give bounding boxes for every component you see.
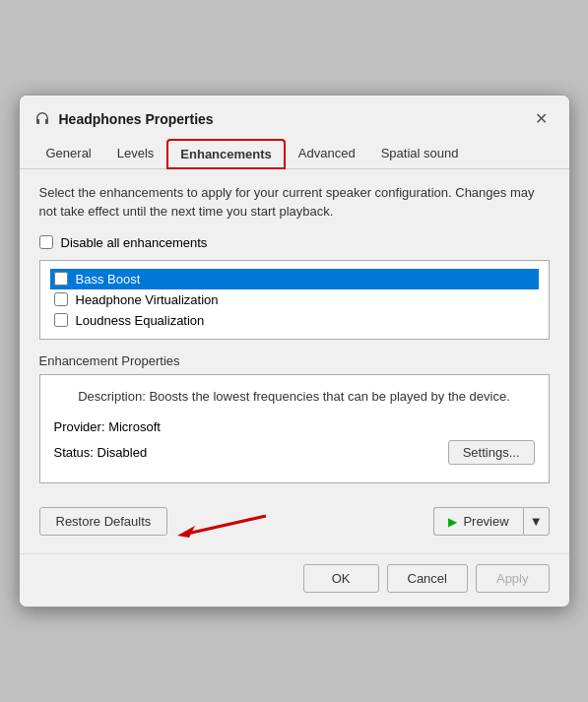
play-icon: ▶ [448,515,457,529]
properties-box: Description: Boosts the lowest frequenci… [39,374,550,484]
properties-section-label: Enhancement Properties [39,353,550,368]
description-text: Select the enhancements to apply for you… [39,183,550,222]
disable-all-label: Disable all enhancements [61,235,208,250]
enhancement-item-bass-boost[interactable]: Bass Boost [50,269,539,289]
tab-advanced[interactable]: Advanced [286,139,368,169]
settings-button[interactable]: Settings... [448,440,535,465]
svg-line-0 [187,516,266,534]
tab-spatial-sound[interactable]: Spatial sound [368,139,472,169]
dialog-footer: OK Cancel Apply [20,553,569,606]
headphone-virt-label: Headphone Virtualization [76,292,219,307]
headphones-properties-dialog: Headphones Properties ✕ General Levels E… [19,95,570,608]
tabs-bar: General Levels Enhancements Advanced Spa… [20,139,569,169]
window-title: Headphones Properties [59,111,214,127]
bass-boost-checkbox[interactable] [54,272,68,286]
enhancement-item-loudness-eq[interactable]: Loudness Equalization [50,310,539,331]
bass-boost-label: Bass Boost [76,272,141,287]
properties-description: Description: Boosts the lowest frequenci… [54,387,535,407]
disable-all-row: Disable all enhancements [39,235,550,250]
tab-content: Select the enhancements to apply for you… [20,169,569,554]
tab-levels[interactable]: Levels [104,139,167,169]
enhancement-item-headphone-virt[interactable]: Headphone Virtualization [50,289,539,310]
properties-section: Enhancement Properties Description: Boos… [39,353,550,484]
title-bar-left: Headphones Properties [33,110,214,128]
disable-all-checkbox[interactable] [39,235,53,249]
tab-enhancements[interactable]: Enhancements [166,139,285,169]
enhancements-listbox: Bass Boost Headphone Virtualization Loud… [39,260,550,340]
preview-button[interactable]: ▶ Preview [433,507,522,536]
headphones-icon [33,110,51,128]
preview-dropdown-button[interactable]: ▼ [523,507,550,536]
loudness-eq-checkbox[interactable] [54,313,68,327]
footer-buttons: Restore Defaults ▶ Preview ▼ [39,499,550,540]
status-label: Status: Disabled [54,445,148,460]
preview-group: ▶ Preview ▼ [433,507,549,536]
headphone-virt-checkbox[interactable] [54,292,68,306]
cancel-button[interactable]: Cancel [387,564,468,593]
loudness-eq-label: Loudness Equalization [76,313,205,328]
restore-defaults-button[interactable]: Restore Defaults [39,507,168,536]
status-row: Status: Disabled Settings... [54,440,535,465]
apply-button[interactable]: Apply [476,564,550,593]
provider-label: Provider: Microsoft [54,419,161,434]
tab-general[interactable]: General [33,139,104,169]
close-button[interactable]: ✕ [528,105,555,133]
ok-button[interactable]: OK [303,564,379,593]
title-bar: Headphones Properties ✕ [20,96,569,139]
preview-label: Preview [463,514,508,529]
red-arrow-indicator [167,506,286,542]
provider-row: Provider: Microsoft [54,419,535,434]
